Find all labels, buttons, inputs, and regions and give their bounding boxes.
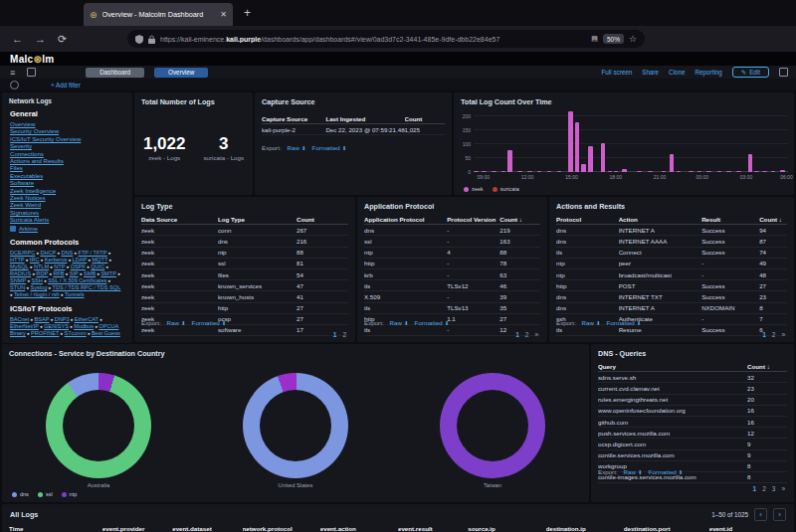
protocol-link-ssl-x-509-certificates[interactable]: SSL / X.509 Certificates [48,277,106,283]
full-screen-link[interactable]: Full screen [601,69,632,76]
chart-bar[interactable] [754,171,759,172]
column-header[interactable]: Protocol Version [447,214,499,224]
column-header[interactable]: Action [619,214,702,224]
column-header[interactable]: event.result [398,523,468,532]
page-button-2[interactable]: 2 [762,485,766,492]
reload-icon[interactable]: ⟳ [58,33,67,46]
chart-bar[interactable] [762,171,767,172]
share-link[interactable]: Share [642,69,659,76]
url-bar[interactable]: https://kali-eminence.kali.purple/dashbo… [127,30,645,48]
forward-icon[interactable]: → [35,33,46,45]
protocol-link-tds-tds-rpc-tds-sql[interactable]: TDS / TDS RPC / TDS SQL [52,284,120,290]
chart-bar[interactable] [622,169,627,172]
chart-bar[interactable] [662,171,667,172]
protocol-link-stun[interactable]: STUN [10,284,25,290]
clone-link[interactable]: Clone [669,69,685,76]
protocol-link-dce-rpc[interactable]: DCE/RPC [10,250,35,256]
bookmark-star-icon[interactable]: ☆ [629,34,637,44]
protocol-link-telnet-rlogin-rsh[interactable]: Telnet / rlogin / rsh [14,291,60,297]
protocol-link-tunnels[interactable]: Tunnels [65,291,85,297]
zoom-level-badge[interactable]: 50% [603,34,624,44]
recent-icon[interactable] [27,68,36,77]
protocol-link-ntp[interactable]: NTP [54,264,65,269]
page-button-3[interactable]: 3 [772,485,776,492]
protocol-link-ethernet-ip[interactable]: EtherNet/IP [10,323,39,329]
chart-bar[interactable] [507,150,512,172]
donut-ring[interactable] [243,373,348,478]
panel-menu-icon[interactable] [779,68,788,77]
protocol-link-snmp[interactable]: SNMP [10,277,26,283]
export-raw-link[interactable]: Raw⬇ [288,144,306,151]
protocol-link-rdp[interactable]: RDP [36,270,48,276]
page-button-»[interactable]: » [781,485,785,492]
protocol-link-http[interactable]: HTTP [10,257,25,263]
export-formatted-link[interactable]: Formatted⬇ [312,144,347,151]
page-button-2[interactable]: 2 [772,331,776,338]
chart-bar[interactable] [780,170,785,172]
protocol-link-ssh[interactable]: SSH [31,277,43,283]
filter-icon[interactable] [10,81,19,89]
page-button-»[interactable]: » [534,331,538,338]
chart-bar[interactable] [601,143,606,172]
chart-bar[interactable] [547,171,552,172]
protocol-link-mysql[interactable]: MySQL [10,264,29,269]
column-header[interactable]: Time [9,523,102,532]
sidebar-item-actions-and-results[interactable]: Actions and Results [10,158,124,165]
column-header[interactable]: Capture Source [262,113,325,123]
chart-bar[interactable] [670,154,675,172]
protocol-link-rfb[interactable]: RFB [53,270,64,276]
page-button-2[interactable]: 2 [342,331,346,338]
back-icon[interactable]: ← [12,33,23,45]
chart-bar[interactable] [726,171,731,172]
column-header[interactable]: Count ↓ [747,361,787,371]
chart-bar[interactable] [568,111,573,172]
chart-bar[interactable] [482,171,487,172]
lock-icon[interactable] [148,35,155,44]
export-formatted-link[interactable]: Formatted⬇ [415,319,450,326]
protocol-link-syslog[interactable]: Syslog [30,284,47,290]
chart-bar[interactable] [527,171,532,172]
breadcrumb-dashboard[interactable]: Dashboard [86,68,144,78]
shield-icon[interactable] [135,35,143,44]
chart-bar[interactable] [517,171,522,172]
breadcrumb-overview[interactable]: Overview [154,68,208,78]
new-tab-button[interactable]: + [244,6,251,20]
export-formatted-link[interactable]: Formatted⬇ [607,319,642,326]
legend-item-ssl[interactable]: ssl [38,491,53,497]
reporting-link[interactable]: Reporting [696,69,722,76]
chart-bar[interactable] [689,171,694,172]
column-header[interactable]: Count ↓ [499,214,540,224]
legend-item-ntp[interactable]: ntp [62,491,78,497]
protocol-link-dhcp[interactable]: DHCP [40,250,56,256]
add-filter-button[interactable]: + Add filter [51,82,81,89]
tab-close-icon[interactable]: ✕ [220,10,227,19]
chart-bar[interactable] [697,171,702,172]
prev-page-icon[interactable]: ‹ [754,508,767,521]
column-header[interactable]: Count ↓ [759,214,787,224]
protocol-link-bacnet[interactable]: BACnet [10,316,29,322]
protocol-link-ospf[interactable]: OSPF [71,264,86,269]
column-header[interactable]: event.id [709,523,787,532]
chart-bar[interactable] [736,171,741,172]
chart-bar[interactable] [537,171,542,172]
chart-bar[interactable] [677,171,682,172]
column-header[interactable]: Last Ingested [325,113,404,123]
protocol-link-ethercat[interactable]: EtherCAT [75,316,99,322]
column-header[interactable]: Count [297,214,348,224]
sidebar-item-suricata-alerts[interactable]: Suricata Alerts [10,217,124,224]
column-header[interactable]: network.protocol [243,523,320,532]
chart-bar[interactable] [581,164,586,172]
page-button-1[interactable]: 1 [333,331,337,338]
export-raw-link[interactable]: Raw⬇ [390,319,409,326]
reader-mode-icon[interactable]: ▤ [591,35,598,43]
column-header[interactable]: Protocol [556,214,619,224]
protocol-link-dnp3[interactable]: DNP3 [55,316,70,322]
chart-bar[interactable] [492,171,497,172]
chart-bar[interactable] [608,171,613,172]
page-button-1[interactable]: 1 [515,331,519,338]
export-formatted-link[interactable]: Formatted⬇ [192,319,227,326]
export-raw-link[interactable]: Raw⬇ [624,468,643,475]
chart-bar[interactable] [588,146,593,172]
chart-bar[interactable] [575,122,580,172]
chart-bar[interactable] [474,171,479,172]
